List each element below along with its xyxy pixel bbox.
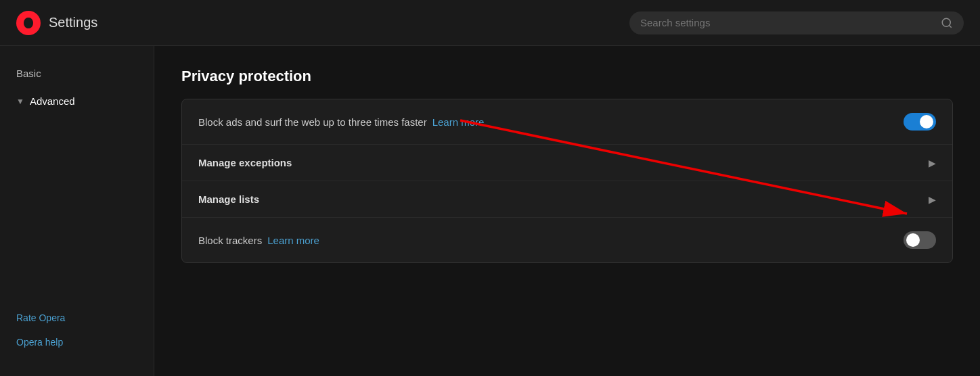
block-trackers-label: Block trackers (198, 235, 262, 246)
toggle-thumb (920, 115, 933, 128)
header-left: Settings (16, 11, 97, 35)
block-ads-row: Block ads and surf the web up to three t… (182, 99, 952, 145)
sidebar-item-advanced[interactable]: ▼ Advanced (0, 87, 154, 115)
privacy-card: Block ads and surf the web up to three t… (181, 99, 953, 263)
toggle-thumb-off (906, 233, 920, 247)
section-title: Privacy protection (181, 68, 953, 85)
chevron-down-icon: ▼ (16, 97, 24, 106)
manage-exceptions-chevron: ▶ (929, 158, 936, 168)
sidebar-links: Rate Opera Opera help (0, 298, 154, 362)
sidebar-nav: Basic ▼ Advanced (0, 60, 154, 115)
manage-lists-chevron: ▶ (929, 194, 936, 205)
block-ads-toggle[interactable] (904, 113, 936, 131)
sidebar-item-basic-label: Basic (16, 68, 41, 79)
svg-point-3 (25, 18, 32, 28)
manage-lists-row[interactable]: Manage lists ▶ (182, 181, 952, 218)
manage-lists-label: Manage lists (198, 193, 259, 205)
sidebar: Basic ▼ Advanced Rate Opera Opera help (0, 46, 154, 376)
block-trackers-row: Block trackers Learn more (182, 218, 952, 262)
opera-help-link[interactable]: Opera help (0, 330, 154, 354)
search-input[interactable] (640, 17, 935, 28)
svg-point-4 (942, 18, 950, 26)
content-area: Privacy protection Block ads and surf th… (154, 46, 980, 376)
page-title: Settings (49, 15, 97, 30)
block-ads-text: Block ads and surf the web up to three t… (198, 116, 484, 128)
manage-exceptions-label: Manage exceptions (198, 157, 292, 168)
search-icon (941, 17, 953, 29)
block-ads-label: Block ads and surf the web up to three t… (198, 116, 427, 128)
rate-opera-link[interactable]: Rate Opera (0, 306, 154, 330)
header: Settings (0, 0, 980, 46)
sidebar-item-advanced-label: Advanced (30, 95, 75, 107)
block-trackers-toggle[interactable] (904, 231, 936, 249)
search-box[interactable] (629, 11, 964, 34)
manage-exceptions-row[interactable]: Manage exceptions ▶ (182, 145, 952, 181)
block-trackers-text: Block trackers Learn more (198, 235, 319, 246)
block-trackers-learn-more-link[interactable]: Learn more (267, 235, 319, 246)
sidebar-item-basic[interactable]: Basic (0, 60, 154, 87)
main-layout: Basic ▼ Advanced Rate Opera Opera help P… (0, 46, 980, 376)
svg-line-5 (949, 25, 951, 27)
block-ads-learn-more-link[interactable]: Learn more (432, 116, 485, 128)
opera-logo (16, 11, 41, 35)
